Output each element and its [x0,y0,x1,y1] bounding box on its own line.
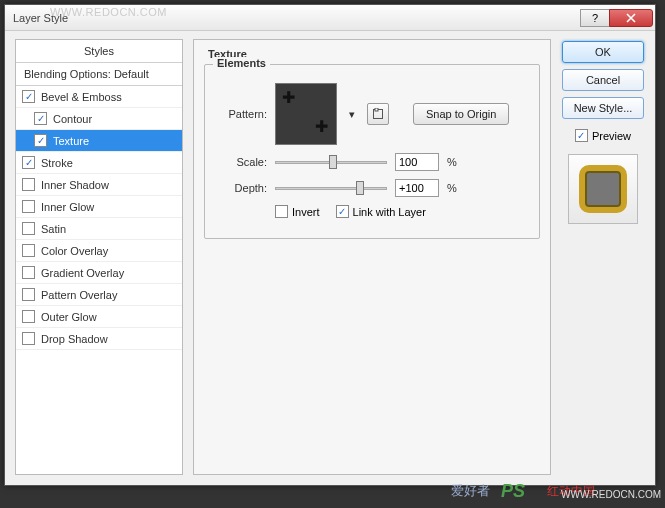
style-label: Pattern Overlay [41,289,117,301]
pattern-picker[interactable]: ✚ ✚ [275,83,337,145]
style-label: Inner Glow [41,201,94,213]
checkbox-icon [22,90,35,103]
style-label: Gradient Overlay [41,267,124,279]
invert-label: Invert [292,206,320,218]
pattern-row: Pattern: ✚ ✚ ▾ Snap to Origin [215,83,529,145]
preview-swatch [579,165,627,213]
checkbox-icon [22,310,35,323]
help-button[interactable]: ? [580,9,610,27]
snap-to-origin-button[interactable]: Snap to Origin [413,103,509,125]
options-row: Invert Link with Layer [275,205,529,218]
pattern-label: Pattern: [215,108,267,120]
svg-rect-1 [375,108,378,111]
preview-thumbnail [568,154,638,224]
link-label: Link with Layer [353,206,426,218]
checkbox-icon [22,288,35,301]
texture-panel: Texture Elements Pattern: ✚ ✚ ▾ Snap to … [193,39,551,475]
style-label: Color Overlay [41,245,108,257]
checkbox-icon [336,205,349,218]
help-icon: ? [592,12,598,24]
style-row-satin[interactable]: Satin [16,218,182,240]
new-preset-icon [372,108,384,120]
style-row-inner-shadow[interactable]: Inner Shadow [16,174,182,196]
depth-row: Depth: % [215,179,529,197]
style-label: Satin [41,223,66,235]
new-preset-button[interactable] [367,103,389,125]
style-row-stroke[interactable]: Stroke [16,152,182,174]
pattern-glyph-icon: ✚ [315,117,328,136]
depth-unit: % [447,182,457,194]
blending-options-row[interactable]: Blending Options: Default [16,63,182,86]
watermark-top: WWW.REDOCN.COM [50,6,167,18]
checkbox-icon [22,332,35,345]
checkbox-icon [34,112,47,125]
close-button[interactable] [609,9,653,27]
depth-label: Depth: [215,182,267,194]
depth-input[interactable] [395,179,439,197]
right-buttons: OK Cancel New Style... Preview [561,39,645,475]
link-with-layer-checkbox[interactable]: Link with Layer [336,205,426,218]
invert-checkbox[interactable]: Invert [275,205,320,218]
depth-slider[interactable] [275,181,387,195]
pattern-dropdown-icon[interactable]: ▾ [345,108,359,121]
checkbox-icon [22,178,35,191]
scale-slider[interactable] [275,155,387,169]
checkbox-icon [22,244,35,257]
style-label: Contour [53,113,92,125]
styles-header[interactable]: Styles [16,40,182,63]
scale-unit: % [447,156,457,168]
dialog-body: Styles Blending Options: Default Bevel &… [5,31,655,485]
style-label: Outer Glow [41,311,97,323]
style-row-pattern-overlay[interactable]: Pattern Overlay [16,284,182,306]
checkbox-icon [22,156,35,169]
scale-label: Scale: [215,156,267,168]
checkbox-icon [22,222,35,235]
ok-button[interactable]: OK [562,41,644,63]
style-label: Inner Shadow [41,179,109,191]
watermark-ps: PS [501,481,525,502]
style-row-bevel-emboss[interactable]: Bevel & Emboss [16,86,182,108]
styles-list: Styles Blending Options: Default Bevel &… [15,39,183,475]
pattern-glyph-icon: ✚ [282,88,295,107]
style-row-inner-glow[interactable]: Inner Glow [16,196,182,218]
checkbox-icon [34,134,47,147]
style-row-color-overlay[interactable]: Color Overlay [16,240,182,262]
style-row-contour[interactable]: Contour [16,108,182,130]
new-style-button[interactable]: New Style... [562,97,644,119]
style-label: Bevel & Emboss [41,91,122,103]
style-label: Stroke [41,157,73,169]
elements-fieldset: Elements Pattern: ✚ ✚ ▾ Snap to Origin [204,64,540,239]
elements-legend: Elements [213,57,270,69]
preview-label: Preview [592,130,631,142]
checkbox-icon [575,129,588,142]
dialog-window: Layer Style ? Styles Blending Options: D… [4,4,656,486]
scale-input[interactable] [395,153,439,171]
watermark-url: WWW.REDOCN.COM [561,489,661,500]
watermark-aihao: 爱好者 [451,482,490,500]
scale-row: Scale: % [215,153,529,171]
checkbox-icon [275,205,288,218]
checkbox-icon [22,200,35,213]
cancel-button[interactable]: Cancel [562,69,644,91]
style-row-drop-shadow[interactable]: Drop Shadow [16,328,182,350]
style-row-gradient-overlay[interactable]: Gradient Overlay [16,262,182,284]
style-label: Texture [53,135,89,147]
checkbox-icon [22,266,35,279]
close-icon [626,13,636,23]
preview-checkbox[interactable]: Preview [575,129,631,142]
style-row-outer-glow[interactable]: Outer Glow [16,306,182,328]
style-label: Drop Shadow [41,333,108,345]
style-row-texture[interactable]: Texture [16,130,182,152]
window-buttons: ? [581,9,653,27]
